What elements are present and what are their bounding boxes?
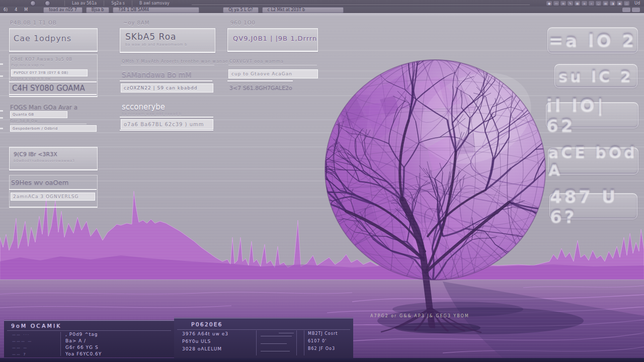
tab-1[interactable]: Laa av 561a [64, 1, 104, 6]
address-segment[interactable]: Bjsa b [86, 7, 109, 13]
text-field[interactable]: czOXZN22 | S9 can kbabdd [121, 83, 213, 93]
edge-tick [0, 63, 3, 65]
option-row[interactable]: cup to Gtaove AcaGan [228, 69, 318, 78]
toolbar-icon[interactable]: ⌗ [589, 1, 594, 6]
row-label: QMth Y MavAth Aroerts trenthe wae wanae [122, 59, 228, 64]
window-dot[interactable] [30, 1, 36, 6]
glyph-badge[interactable]: aCE bOd A [548, 147, 638, 174]
glyph-badge[interactable]: il lO| 62 [546, 102, 638, 128]
badge-text: aCE bOd A [548, 143, 638, 178]
glyph-badge[interactable]: =a lO 2 [547, 27, 638, 53]
section-title: FOGS Man GOa Avar a [10, 104, 77, 111]
table-divider-line [279, 332, 294, 333]
toolbar-icon[interactable]: ◨ [610, 1, 615, 6]
bottom-status-strip [0, 358, 644, 362]
row-label: COXVGVT ooa wamma [229, 59, 284, 64]
option-row[interactable]: 2amnACa 3 OGNVERLSG [11, 193, 95, 201]
table-cell: P6Y0u ULS [182, 339, 211, 344]
toolbar-icon[interactable] [632, 8, 640, 12]
column-separator [296, 330, 297, 355]
toolbar-icon[interactable]: ◫ [624, 1, 629, 6]
glyph-badge[interactable]: 487 U 6? [549, 193, 637, 219]
tab-strip-rule [192, 2, 530, 5]
section-title: P4B.0B 1 T1 OB [10, 20, 57, 26]
toolbar-icon[interactable]: ⊞ [560, 1, 566, 6]
divider [120, 117, 213, 118]
toolbar-icon[interactable]: ▤ [603, 1, 608, 6]
data-table-1: 9oM OCAMIK —— ··· , P0d9 ^tag ——— — Ba> … [4, 320, 174, 357]
address-segment[interactable]: c L2 Mkt at 203T b [262, 7, 344, 13]
section-title: S9Hes wv oaOem [11, 178, 68, 186]
toolbar-icon[interactable]: ≡ [582, 1, 587, 6]
toolbar-right-label: Ud [634, 1, 640, 6]
option-row[interactable]: PVPOLY 0Y7 3YB (0Y7 6 0B) [11, 69, 88, 76]
text-field[interactable]: QV9,J0B1 | |9B 1,Drrrn [227, 28, 318, 52]
table-cell: 3028 oALELUM [182, 346, 222, 351]
toolbar-icon[interactable]: ● [546, 1, 552, 6]
divider [120, 80, 212, 81]
app-window: P4B.0B 1 T1 OB Cae 1odpyns C9dE KO7 Awaw… [0, 0, 644, 362]
section-title: scconerybe [122, 103, 165, 112]
address-segment[interactable]: ?34 1 D8 5AM4 [113, 7, 199, 13]
tab-3[interactable]: B awl samsvay [132, 1, 177, 6]
browser-toolbar: Laa av 561a Sg2a s B awl samsvay ● ▭ ⊞ ✎… [0, 0, 644, 13]
divider [9, 81, 97, 82]
table-cell: Ba> A / [65, 338, 86, 343]
table-cell: 3976 A64t uw e3 [182, 331, 228, 336]
table-cell: —— — [12, 346, 28, 350]
table-cell: , P0d9 ^tag [65, 332, 98, 337]
column-separator [304, 330, 304, 355]
option-row[interactable]: Quanta GB [10, 111, 67, 118]
table-cell: B62 JF Oo3 [308, 346, 335, 351]
field-value: o7a6 Ba67BL 62c39 ) umm [124, 122, 213, 127]
table-cell: —— ··· [12, 333, 30, 337]
tab-2[interactable]: Sg2a s [104, 1, 132, 6]
table-cell: 6107 0' [308, 339, 327, 343]
toolbar-icon[interactable]: ◻ [596, 1, 601, 6]
toolbar-icon[interactable]: ▣ [617, 1, 622, 6]
toolbar-icon[interactable]: ▦ [575, 1, 580, 6]
row-sublabel: Gvana a vap n b ow [11, 77, 51, 81]
column-separator [256, 330, 257, 355]
edge-tick [0, 110, 3, 112]
field-value: czOXZN22 | S9 can kbabdd [124, 85, 213, 90]
badge-text: 487 U 6? [550, 186, 637, 226]
row-sublabel: Pvp ozv a vap ru [11, 63, 44, 67]
nav-back-button[interactable]: 6) [4, 8, 8, 12]
table-header-rule [177, 329, 350, 330]
badge-text: =a lO 2 [549, 30, 636, 50]
toolbar-icon[interactable]: ▭ [553, 1, 559, 6]
table-title: 9oM OCAMIK [11, 323, 62, 329]
divider [120, 130, 213, 131]
text-field[interactable]: SKbA5 Roa ba waw ab and Rawwomwom b [120, 28, 215, 53]
footer-note: A7PG2 or G&& AP3 J& GEG3 YBOM [370, 314, 469, 318]
underline [10, 119, 87, 124]
window-dot[interactable] [45, 1, 50, 6]
field-value[interactable]: C4H SY080 GOAMA [12, 83, 85, 93]
divider [9, 94, 97, 95]
table-cell: —— 7 [12, 352, 27, 356]
badge-text: il lO| 62 [546, 95, 638, 135]
glyph-badge[interactable]: su lC 2 [554, 64, 637, 88]
toolbar-icon[interactable] [622, 8, 630, 12]
field-value: QV9,J0B1 | |9B 1,Drrrn [233, 35, 317, 42]
field-value: Cae 1odpyns [14, 34, 97, 43]
text-field[interactable]: Cae 1odpyns [9, 28, 98, 52]
underline [121, 64, 214, 65]
nav-menu-button[interactable]: M [24, 8, 28, 12]
table-header-rule [7, 330, 171, 331]
badge-text: su lC 2 [558, 67, 633, 85]
panel-card[interactable]: 9(C9 IBr <3R3X b0wBodYnaBowasvorowawwa3 [9, 147, 98, 170]
address-segment[interactable]: toad av n05 7 [43, 7, 83, 13]
toolbar-icon[interactable]: ✎ [568, 1, 573, 6]
address-segment[interactable]: Oj ya 5 L G? [223, 7, 258, 13]
table-cell: G6r 66 YG S [65, 345, 99, 350]
text-field[interactable]: o7a6 Ba67BL 62c39 ) umm [121, 119, 213, 129]
divider [9, 189, 97, 190]
table-cell: ——— — [12, 339, 32, 343]
option-row[interactable]: Gespoderbom / Odbrid [10, 125, 97, 132]
nav-forward-button[interactable]: 4 [15, 8, 17, 12]
edge-tick [0, 75, 3, 77]
row-sublabel: ba nonawm waw odd oawad b [122, 112, 182, 116]
edge-tick [0, 117, 3, 119]
